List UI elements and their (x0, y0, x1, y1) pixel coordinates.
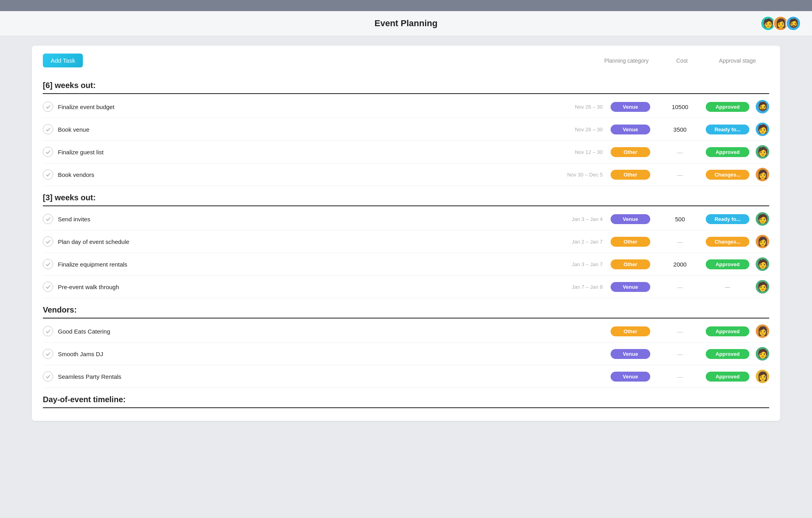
header: Event Planning 🧑👩🧔 (0, 11, 812, 36)
task-name: Book vendors (58, 171, 551, 178)
col-cost-header: Cost (658, 58, 706, 64)
col-approval-header: Approval stage (706, 58, 769, 64)
task-cost: — (662, 328, 698, 335)
category-badge[interactable]: Venue (611, 282, 650, 292)
task-avatar: 🧑 (756, 145, 769, 159)
task-name: Finalize equipment rentals (58, 261, 551, 268)
category-badge[interactable]: Other (611, 147, 650, 157)
task-date: Jan 7 – Jan 8 (551, 284, 603, 290)
column-headers: Planning category Cost Approval stage (595, 58, 769, 64)
task-cost: 500 (662, 216, 698, 223)
page-title: Event Planning (375, 18, 438, 29)
task-avatar: 🧑 (756, 123, 769, 136)
check-icon[interactable] (43, 147, 53, 157)
task-date: Jan 2 – Jan 7 (551, 239, 603, 245)
task-cost: — (662, 238, 698, 245)
task-row: Book vendorsNov 30 – Dec 5Other—Changes.… (43, 163, 769, 186)
task-cost: — (662, 351, 698, 357)
task-date: Jan 3 – Jan 4 (551, 216, 603, 222)
section-header-section-3weeks: [3] weeks out: (43, 186, 769, 206)
task-row: Finalize guest listNov 12 – 30Other—Appr… (43, 141, 769, 163)
category-badge[interactable]: Venue (611, 372, 650, 382)
task-row: Smooth Jams DJVenue—Approved🧑 (43, 343, 769, 365)
task-name: Send invites (58, 216, 551, 223)
task-avatar: 🧑 (756, 347, 769, 361)
check-icon[interactable] (43, 326, 53, 336)
category-badge[interactable]: Other (611, 326, 650, 336)
task-board: Add Task Planning category Cost Approval… (32, 46, 780, 421)
check-icon[interactable] (43, 371, 53, 382)
task-name: Pre-event walk through (58, 284, 551, 290)
approval-badge[interactable]: Ready fo... (706, 125, 749, 134)
approval-badge[interactable]: Approved (706, 102, 749, 112)
task-name: Good Eats Catering (58, 328, 551, 335)
section-header-section-6weeks: [6] weeks out: (43, 74, 769, 94)
task-date: Nov 26 – 30 (551, 104, 603, 110)
task-date: Nov 12 – 30 (551, 149, 603, 155)
category-badge[interactable]: Other (611, 237, 650, 247)
task-name: Finalize event budget (58, 104, 551, 110)
category-badge[interactable]: Other (611, 259, 650, 269)
category-badge[interactable]: Other (611, 170, 650, 180)
category-badge[interactable]: Venue (611, 349, 650, 359)
task-name: Book venue (58, 126, 551, 133)
task-name: Seamless Party Rentals (58, 373, 551, 380)
category-badge[interactable]: Venue (611, 125, 650, 134)
category-badge[interactable]: Venue (611, 214, 650, 224)
task-date: Nov 28 – 30 (551, 127, 603, 132)
task-name: Plan day of event schedule (58, 238, 551, 245)
approval-badge[interactable]: Approved (706, 259, 749, 269)
task-avatar: 🧑 (756, 280, 769, 294)
task-row: Book venueNov 28 – 30Venue3500Ready fo..… (43, 118, 769, 141)
approval-badge[interactable]: Changes... (706, 237, 749, 247)
top-bar (0, 0, 812, 11)
section-header-section-day-of: Day-of-event timeline: (43, 388, 769, 408)
task-cost: — (662, 373, 698, 380)
check-icon[interactable] (43, 236, 53, 247)
task-avatar: 👩 (756, 235, 769, 248)
approval-badge[interactable]: — (706, 282, 749, 292)
check-icon[interactable] (43, 259, 53, 269)
check-icon[interactable] (43, 214, 53, 224)
approval-badge[interactable]: Changes... (706, 170, 749, 180)
sections-container: [6] weeks out:Finalize event budgetNov 2… (43, 74, 769, 408)
task-cost: 2000 (662, 261, 698, 268)
task-cost: — (662, 149, 698, 155)
task-cost: — (662, 171, 698, 178)
task-name: Finalize guest list (58, 149, 551, 155)
approval-badge[interactable]: Approved (706, 349, 749, 359)
task-row: Plan day of event scheduleJan 2 – Jan 7O… (43, 230, 769, 253)
check-icon[interactable] (43, 124, 53, 134)
task-avatar: 👩 (756, 370, 769, 383)
header-avatars: 🧑👩🧔 (760, 16, 801, 31)
task-row: Finalize equipment rentalsJan 3 – Jan 7O… (43, 253, 769, 276)
check-icon[interactable] (43, 349, 53, 359)
col-planning-header: Planning category (595, 58, 658, 64)
task-row: Good Eats CateringOther—Approved👩 (43, 320, 769, 343)
check-icon[interactable] (43, 282, 53, 292)
section-header-section-vendors: Vendors: (43, 298, 769, 318)
approval-badge[interactable]: Approved (706, 326, 749, 336)
check-icon[interactable] (43, 102, 53, 112)
check-icon[interactable] (43, 169, 53, 180)
toolbar: Add Task Planning category Cost Approval… (43, 54, 769, 67)
task-cost: — (662, 284, 698, 290)
add-task-button[interactable]: Add Task (43, 54, 83, 67)
task-avatar: 👩 (756, 168, 769, 181)
task-row: Finalize event budgetNov 26 – 30Venue105… (43, 96, 769, 118)
task-row: Send invitesJan 3 – Jan 4Venue500Ready f… (43, 208, 769, 230)
task-cost: 10500 (662, 104, 698, 110)
task-row: Pre-event walk throughJan 7 – Jan 8Venue… (43, 276, 769, 298)
task-date: Jan 3 – Jan 7 (551, 261, 603, 267)
task-date: Nov 30 – Dec 5 (551, 172, 603, 178)
category-badge[interactable]: Venue (611, 102, 650, 112)
task-row: Seamless Party RentalsVenue—Approved👩 (43, 365, 769, 388)
approval-badge[interactable]: Ready fo... (706, 214, 749, 224)
task-avatar: 🧔 (756, 100, 769, 113)
header-avatar-2: 🧔 (786, 16, 801, 31)
approval-badge[interactable]: Approved (706, 372, 749, 382)
task-avatar: 👩 (756, 324, 769, 338)
task-avatar: 🧑 (756, 212, 769, 226)
approval-badge[interactable]: Approved (706, 147, 749, 157)
task-avatar: 🧑 (756, 257, 769, 271)
